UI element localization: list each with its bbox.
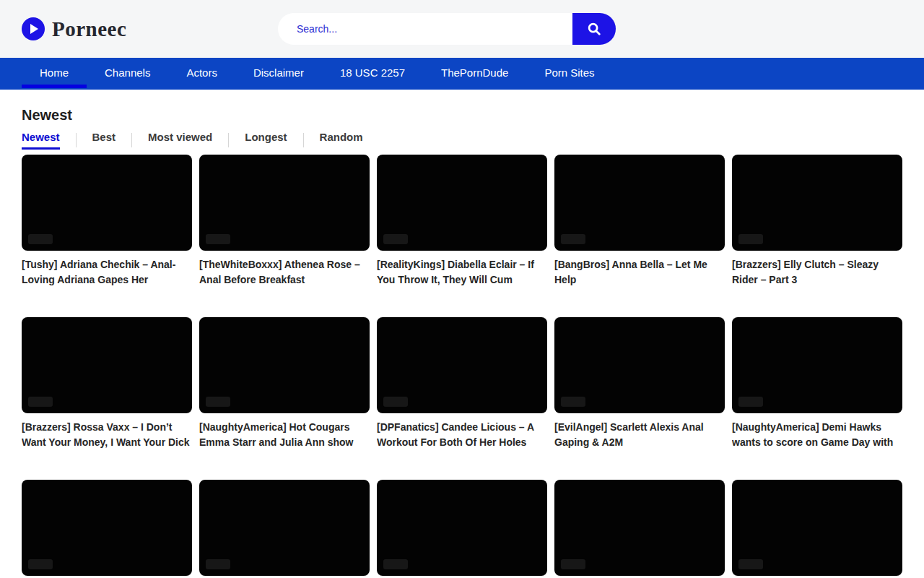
video-thumbnail[interactable] (199, 480, 370, 576)
video-title-link[interactable]: [RealityKings] Diabella Eclair – If You … (377, 257, 547, 288)
video-card (732, 480, 902, 578)
video-thumbnail[interactable] (377, 155, 547, 251)
video-thumbnail[interactable] (732, 480, 902, 576)
sort-tab-label: Best (92, 131, 116, 150)
nav-item[interactable]: Disclaimer (235, 58, 322, 88)
video-thumbnail[interactable] (732, 317, 902, 413)
video-card (22, 480, 192, 578)
duration-badge (206, 234, 230, 244)
video-thumbnail[interactable] (22, 317, 192, 413)
sort-tab[interactable]: Longest (228, 133, 302, 147)
sort-tab[interactable]: Random (303, 133, 379, 147)
video-card: [EvilAngel] Scarlett Alexis Anal Gaping … (554, 317, 725, 450)
video-title-link[interactable]: [NaughtyAmerica] Hot Cougars Emma Starr … (199, 420, 370, 450)
header: Porneec (0, 0, 924, 58)
duration-badge (28, 397, 53, 407)
logo-text: Porneec (52, 17, 126, 41)
video-title-link[interactable]: [BangBros] Anna Bella – Let Me Help (554, 257, 725, 288)
duration-badge (561, 397, 585, 407)
duration-badge (738, 234, 763, 244)
video-thumbnail[interactable] (554, 317, 725, 413)
video-title-link[interactable]: [Brazzers] Rossa Vaxx – I Don’t Want You… (22, 420, 192, 450)
video-card: [BangBros] Anna Bella – Let Me Help (554, 155, 725, 288)
nav-menu: Home Channels Actors Disclaimer 18 USC 2… (0, 58, 924, 90)
sort-tab-label: Newest (22, 131, 60, 150)
nav-item[interactable]: Channels (87, 58, 168, 88)
duration-badge (561, 234, 585, 244)
sort-tab-label: Longest (245, 131, 287, 150)
nav-item[interactable]: Actors (168, 58, 235, 88)
video-card: [TheWhiteBoxxx] Athenea Rose – Anal Befo… (199, 155, 370, 288)
nav-item[interactable]: Home (22, 58, 87, 88)
video-card (554, 480, 725, 578)
video-card: [Brazzers] Rossa Vaxx – I Don’t Want You… (22, 317, 192, 450)
duration-badge (383, 397, 408, 407)
sort-tab[interactable]: Most viewed (131, 133, 228, 147)
search-bar (278, 13, 616, 45)
duration-badge (206, 397, 230, 407)
video-card: [Brazzers] Elly Clutch – Sleazy Rider – … (732, 155, 902, 288)
video-thumbnail[interactable] (554, 480, 725, 576)
logo[interactable]: Porneec (22, 17, 126, 41)
video-title-link[interactable]: [Tushy] Adriana Chechik – Anal-Loving Ad… (22, 257, 192, 288)
search-icon (586, 21, 602, 37)
video-card (377, 480, 547, 578)
duration-badge (383, 559, 408, 569)
sort-tabs: Newest Best Most viewed Longest Random (22, 133, 902, 147)
nav-item[interactable]: 18 USC 2257 (322, 58, 423, 88)
video-thumbnail[interactable] (199, 155, 370, 251)
sort-tab[interactable]: Newest (22, 133, 76, 147)
video-grid: [Tushy] Adriana Chechik – Anal-Loving Ad… (22, 155, 902, 578)
video-title-link[interactable]: [EvilAngel] Scarlett Alexis Anal Gaping … (554, 420, 725, 450)
sort-tab[interactable]: Best (76, 133, 132, 147)
search-button[interactable] (572, 13, 616, 45)
video-title-link[interactable]: [NaughtyAmerica] Demi Hawks wants to sco… (732, 420, 902, 450)
duration-badge (738, 397, 763, 407)
main-nav: Home Channels Actors Disclaimer 18 USC 2… (0, 58, 924, 90)
search-input[interactable] (278, 13, 572, 45)
video-thumbnail[interactable] (199, 317, 370, 413)
duration-badge (206, 559, 230, 569)
video-title-link[interactable]: [DPFanatics] Candee Licious – A Workout … (377, 420, 547, 450)
video-card: [NaughtyAmerica] Demi Hawks wants to sco… (732, 317, 902, 450)
nav-item[interactable]: Porn Sites (526, 58, 612, 88)
video-thumbnail[interactable] (22, 480, 192, 576)
duration-badge (28, 234, 53, 244)
video-thumbnail[interactable] (377, 480, 547, 576)
page-title: Newest (22, 107, 902, 124)
duration-badge (561, 559, 585, 569)
sort-tab-label: Most viewed (148, 131, 212, 150)
video-thumbnail[interactable] (377, 317, 547, 413)
video-thumbnail[interactable] (732, 155, 902, 251)
duration-badge (383, 234, 408, 244)
video-thumbnail[interactable] (554, 155, 725, 251)
video-title-link[interactable]: [Brazzers] Elly Clutch – Sleazy Rider – … (732, 257, 902, 288)
video-card: [DPFanatics] Candee Licious – A Workout … (377, 317, 547, 450)
video-thumbnail[interactable] (22, 155, 192, 251)
video-card: [NaughtyAmerica] Hot Cougars Emma Starr … (199, 317, 370, 450)
duration-badge (738, 559, 763, 569)
video-card: [Tushy] Adriana Chechik – Anal-Loving Ad… (22, 155, 192, 288)
video-title-link[interactable]: [TheWhiteBoxxx] Athenea Rose – Anal Befo… (199, 257, 370, 288)
video-card (199, 480, 370, 578)
video-card: [RealityKings] Diabella Eclair – If You … (377, 155, 547, 288)
nav-item[interactable]: ThePornDude (423, 58, 526, 88)
main-content: Newest Newest Best Most viewed Longest R… (0, 90, 924, 578)
play-icon (22, 17, 45, 40)
sort-tab-label: Random (320, 131, 363, 150)
duration-badge (28, 559, 53, 569)
